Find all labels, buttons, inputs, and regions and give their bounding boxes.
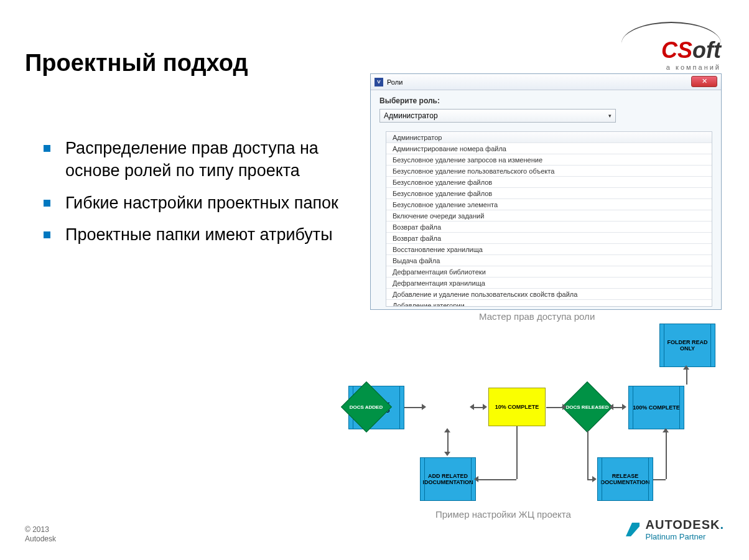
caption-roles: Мастер прав доступа роли [479, 311, 595, 322]
list-row[interactable]: Администрирование номера файла [386, 143, 712, 154]
bullet-item: Гибкие настройки проектных папок [44, 192, 342, 214]
list-row[interactable]: Добавление и удаление пользовательских с… [386, 289, 712, 300]
bullet-list: Распределение прав доступа на основе рол… [44, 137, 342, 256]
list-row[interactable]: Безусловное удаление запросов на изменен… [386, 154, 712, 166]
list-row[interactable]: Администратор [386, 132, 712, 143]
slide-title: Проектный подход [25, 50, 248, 77]
autodesk-icon [625, 521, 641, 538]
node-add-related: ADD RELATED IDOCUMENTATION [420, 457, 476, 501]
node-release-doc: RELEASE DOCUMENTATION [597, 457, 653, 501]
copyright: © 2013 Autodesk [25, 525, 56, 544]
list-row[interactable]: Возврат файла [386, 222, 712, 233]
list-row[interactable]: Добавление категории [386, 300, 712, 307]
roles-dialog: V Роли ✕ Выберите роль: Администратор Ад… [370, 73, 722, 310]
dialog-titlebar: V Роли ✕ [371, 74, 721, 90]
role-label: Выберите роль: [379, 96, 712, 105]
list-row[interactable]: Безусловное удаление файлов [386, 177, 712, 188]
node-100-complete: 100% COMPLETE [628, 386, 684, 429]
autodesk-logo: AUTODESK. Platinum Partner [625, 518, 724, 541]
dialog-title-text: Роли [387, 78, 402, 86]
list-row[interactable]: Безусловное удаление пользовательского о… [386, 166, 712, 177]
lifecycle-diagram: PROJECT CREATED DOCS ADDED 10% COMPLETE … [348, 324, 740, 510]
role-list[interactable]: Администратор Администрирование номера ф… [386, 131, 712, 307]
csoft-logo: CSoft а компаний [621, 22, 721, 71]
list-row[interactable]: Безусловное удаление элемента [386, 199, 712, 210]
role-dropdown[interactable]: Администратор [379, 109, 616, 123]
bullet-item: Проектные папки имеют атрибуты [44, 223, 342, 246]
caption-lifecycle: Пример настройки ЖЦ проекта [435, 509, 571, 520]
list-row[interactable]: Выдача файла [386, 255, 712, 266]
node-folder-read: FOLDER READ ONLY [659, 324, 715, 367]
list-row[interactable]: Возврат файла [386, 233, 712, 244]
bullet-item: Распределение прав доступа на основе рол… [44, 137, 342, 182]
list-row[interactable]: Дефрагментация библиотеки [386, 266, 712, 278]
list-row[interactable]: Включение очереди заданий [386, 210, 712, 222]
node-10-complete: 10% COMPLETE [488, 388, 546, 426]
list-row[interactable]: Восстановление хранилища [386, 244, 712, 255]
list-row[interactable]: Безусловное удаление файлов [386, 188, 712, 199]
close-button[interactable]: ✕ [691, 76, 717, 87]
app-icon: V [374, 78, 383, 86]
list-row[interactable]: Дефрагментация хранилища [386, 278, 712, 289]
